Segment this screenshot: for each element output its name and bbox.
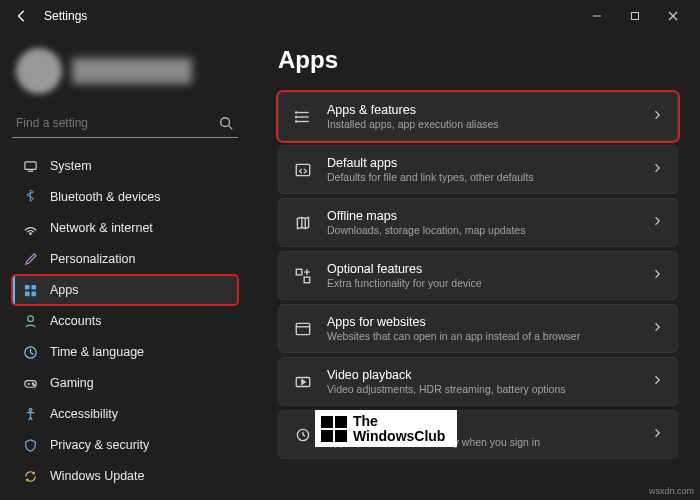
sidebar-item-accounts[interactable]: Accounts (12, 306, 238, 336)
sidebar: System Bluetooth & devices Network & int… (0, 32, 250, 500)
time-language-icon (22, 344, 38, 360)
chevron-right-icon (651, 162, 663, 177)
card-offline-maps[interactable]: Offline maps Downloads, storage location… (278, 198, 678, 247)
card-subtitle: Downloads, storage location, map updates (327, 224, 637, 236)
card-subtitle: Defaults for file and link types, other … (327, 171, 637, 183)
search-icon (218, 115, 234, 131)
apps-icon (22, 282, 38, 298)
sidebar-item-system[interactable]: System (12, 151, 238, 181)
svg-point-25 (296, 116, 297, 117)
svg-line-5 (229, 126, 233, 130)
sidebar-item-personalization[interactable]: Personalization (12, 244, 238, 274)
back-button[interactable] (8, 2, 36, 30)
svg-rect-6 (24, 161, 35, 169)
card-title: Default apps (327, 156, 637, 170)
default-apps-icon (293, 160, 313, 180)
card-optional-features[interactable]: Optional features Extra functionality fo… (278, 251, 678, 300)
card-title: Video playback (327, 368, 637, 382)
windows-update-icon (22, 468, 38, 484)
svg-rect-30 (296, 269, 302, 275)
video-playback-icon (293, 372, 313, 392)
svg-rect-27 (296, 164, 310, 175)
system-icon (22, 158, 38, 174)
sidebar-item-label: Bluetooth & devices (50, 190, 161, 204)
network-icon (22, 220, 38, 236)
gaming-icon (22, 375, 38, 391)
chevron-right-icon (651, 374, 663, 389)
sidebar-item-label: Apps (50, 283, 79, 297)
card-subtitle: Video adjustments, HDR streaming, batter… (327, 383, 637, 395)
startup-icon (293, 425, 313, 445)
user-account-block[interactable] (12, 40, 238, 108)
site-credit: wsxdn.com (649, 486, 694, 496)
chevron-right-icon (651, 215, 663, 230)
window-controls (578, 2, 692, 30)
sidebar-item-label: Network & internet (50, 221, 153, 235)
sidebar-item-time-language[interactable]: Time & language (12, 337, 238, 367)
svg-rect-31 (304, 277, 310, 283)
watermark-line1: The (353, 414, 445, 429)
optional-features-icon (293, 266, 313, 286)
svg-rect-9 (24, 284, 29, 289)
card-video-playback[interactable]: Video playback Video adjustments, HDR st… (278, 357, 678, 406)
sidebar-item-label: Personalization (50, 252, 135, 266)
bluetooth-icon (22, 189, 38, 205)
accounts-icon (22, 313, 38, 329)
sidebar-item-privacy-security[interactable]: Privacy & security (12, 430, 238, 460)
sidebar-item-gaming[interactable]: Gaming (12, 368, 238, 398)
sidebar-item-label: Accounts (50, 314, 101, 328)
svg-rect-12 (31, 291, 36, 296)
svg-point-26 (296, 120, 297, 121)
card-title: Apps & features (327, 103, 637, 117)
chevron-right-icon (651, 321, 663, 336)
svg-rect-34 (296, 323, 310, 334)
card-subtitle: Installed apps, app execution aliases (327, 118, 637, 130)
watermark-logo-icon (321, 416, 347, 442)
page-title: Apps (278, 46, 678, 74)
chevron-right-icon (651, 268, 663, 283)
watermark: The WindowsClub (315, 410, 457, 447)
card-subtitle: Websites that can open in an app instead… (327, 330, 637, 342)
card-title: Apps for websites (327, 315, 637, 329)
minimize-button[interactable] (578, 2, 616, 30)
sidebar-item-label: Time & language (50, 345, 144, 359)
chevron-right-icon (651, 427, 663, 442)
svg-point-4 (221, 118, 230, 127)
card-title: Offline maps (327, 209, 637, 223)
sidebar-item-apps[interactable]: Apps (12, 275, 238, 305)
accessibility-icon (22, 406, 38, 422)
avatar (16, 48, 62, 94)
svg-rect-1 (632, 13, 639, 20)
search-box[interactable] (12, 109, 238, 138)
svg-point-13 (27, 315, 33, 321)
svg-rect-10 (31, 284, 36, 289)
sidebar-item-accessibility[interactable]: Accessibility (12, 399, 238, 429)
sidebar-item-label: Windows Update (50, 469, 145, 483)
svg-rect-11 (24, 291, 29, 296)
sidebar-item-label: Privacy & security (50, 438, 149, 452)
card-subtitle: Extra functionality for your device (327, 277, 637, 289)
titlebar: Settings (0, 0, 700, 32)
offline-maps-icon (293, 213, 313, 233)
chevron-right-icon (651, 109, 663, 124)
close-button[interactable] (654, 2, 692, 30)
sidebar-item-network[interactable]: Network & internet (12, 213, 238, 243)
svg-point-24 (296, 111, 297, 112)
sidebar-item-label: Accessibility (50, 407, 118, 421)
shield-icon (22, 437, 38, 453)
window-title: Settings (44, 9, 87, 23)
maximize-button[interactable] (616, 2, 654, 30)
card-apps-for-websites[interactable]: Apps for websites Websites that can open… (278, 304, 678, 353)
sidebar-item-windows-update[interactable]: Windows Update (12, 461, 238, 491)
svg-point-8 (29, 232, 31, 234)
svg-point-20 (29, 408, 32, 411)
sidebar-item-bluetooth[interactable]: Bluetooth & devices (12, 182, 238, 212)
user-name (72, 58, 192, 84)
card-title: Optional features (327, 262, 637, 276)
search-input[interactable] (16, 116, 218, 130)
card-default-apps[interactable]: Default apps Defaults for file and link … (278, 145, 678, 194)
card-apps-features[interactable]: Apps & features Installed apps, app exec… (278, 92, 678, 141)
watermark-line2: WindowsClub (353, 429, 445, 444)
sidebar-item-label: System (50, 159, 92, 173)
apps-features-icon (293, 107, 313, 127)
